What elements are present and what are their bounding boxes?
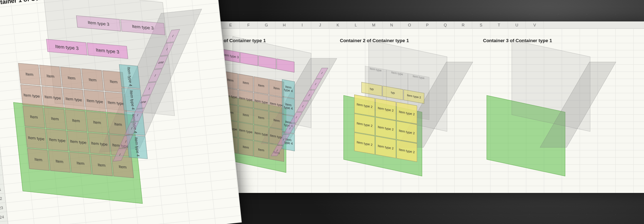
column-header[interactable]: O <box>401 21 419 28</box>
packed-item: Item <box>18 63 41 85</box>
column-header[interactable]: M <box>365 21 383 28</box>
row-header[interactable]: 22 <box>0 193 5 204</box>
packed-item: Item <box>69 152 92 174</box>
column-header[interactable]: P <box>419 21 436 28</box>
column-header[interactable]: F <box>240 21 258 28</box>
row-header[interactable]: 24 <box>0 212 8 222</box>
packed-item: Item <box>44 108 66 130</box>
packed-item: Item type <box>88 133 111 155</box>
packed-item: Item type <box>238 90 253 108</box>
column-header[interactable]: J <box>311 21 329 28</box>
packed-item: Item type 2 <box>396 102 417 124</box>
packed-item: Item <box>27 148 50 171</box>
packed-item: Item <box>39 65 62 88</box>
packed-item: Item type 2 <box>354 132 375 154</box>
spreadsheet-tilted: A B C D E 17 18 19 20 21 22 23 24 Contai… <box>0 0 242 224</box>
packed-item: Item type 2 <box>375 117 396 139</box>
packed-item: Item type 4 <box>282 97 295 116</box>
packed-item: Item <box>238 106 253 124</box>
packed-item: Item type <box>42 86 64 109</box>
column-header[interactable]: Q <box>436 21 454 28</box>
packed-item: Item <box>23 106 45 128</box>
container-3d-enlarged[interactable]: Item type 3 Item type 3 Item type 3 Item… <box>7 0 197 196</box>
packed-item: Item type 2 <box>396 140 417 162</box>
packed-item: Item type 2 <box>375 136 396 158</box>
packed-item: Item <box>81 69 104 91</box>
packed-item: Item type 2 <box>354 94 375 116</box>
column-header[interactable]: S <box>472 21 490 28</box>
column-header-row: C D E F G H I J K L M N O P Q R S T U V <box>186 21 644 29</box>
packed-item: Item <box>90 154 113 176</box>
packed-item: Item type <box>67 131 89 153</box>
column-header[interactable]: T <box>490 21 508 28</box>
column-header[interactable]: K <box>329 21 347 28</box>
column-header[interactable]: H <box>275 21 293 28</box>
row-header[interactable]: 23 <box>0 203 6 213</box>
packed-item: Item type <box>238 122 253 140</box>
sheet-grid[interactable]: Container 1 of Container type 1 Containe… <box>186 29 644 193</box>
packed-item: Item type 2 <box>396 121 417 143</box>
column-header[interactable]: N <box>383 21 401 28</box>
packed-item: Item type 2 <box>375 98 396 120</box>
sheet-grid[interactable]: Container 1 of Container type 1 Item typ… <box>0 0 242 224</box>
column-header[interactable]: E <box>222 21 240 28</box>
column-header[interactable]: V <box>526 21 544 28</box>
packed-item: Item type <box>254 125 269 143</box>
column-header[interactable]: R <box>454 21 472 28</box>
packed-item: Item <box>254 109 269 127</box>
packed-item: Item <box>65 109 87 132</box>
packed-item: Item <box>60 67 83 89</box>
column-header[interactable]: G <box>258 21 275 28</box>
item-grid-front: Item type 2Item type 2Item type 2 Item t… <box>354 94 417 162</box>
packed-item: Item <box>254 76 269 95</box>
column-header[interactable]: U <box>508 21 526 28</box>
column-header[interactable]: I <box>293 21 311 28</box>
packed-item: Item type <box>254 93 269 111</box>
packed-item: Item type <box>84 90 106 113</box>
packed-item: Item <box>48 150 71 173</box>
column-header[interactable]: L <box>347 21 365 28</box>
packed-item: Item type <box>63 88 85 110</box>
packed-item: Item <box>254 141 269 159</box>
packed-item: Item <box>238 138 253 156</box>
packed-item: Item type <box>20 84 43 107</box>
packed-item: Item type <box>46 129 68 151</box>
spreadsheet-flat: C D E F G H I J K L M N O P Q R S T U V … <box>179 21 644 193</box>
packed-item: Item <box>86 111 108 134</box>
packed-item: Item type 2 <box>354 113 375 135</box>
packed-item: Item type 4 <box>119 64 140 89</box>
packed-item: Item <box>238 74 253 92</box>
container-3d-2[interactable]: Item typeItem typeItem type typ typ Item… <box>343 50 458 164</box>
container-3d-3[interactable] <box>487 50 601 164</box>
packed-item: Item type 4 <box>282 79 295 99</box>
packed-item: Item type <box>25 127 48 149</box>
